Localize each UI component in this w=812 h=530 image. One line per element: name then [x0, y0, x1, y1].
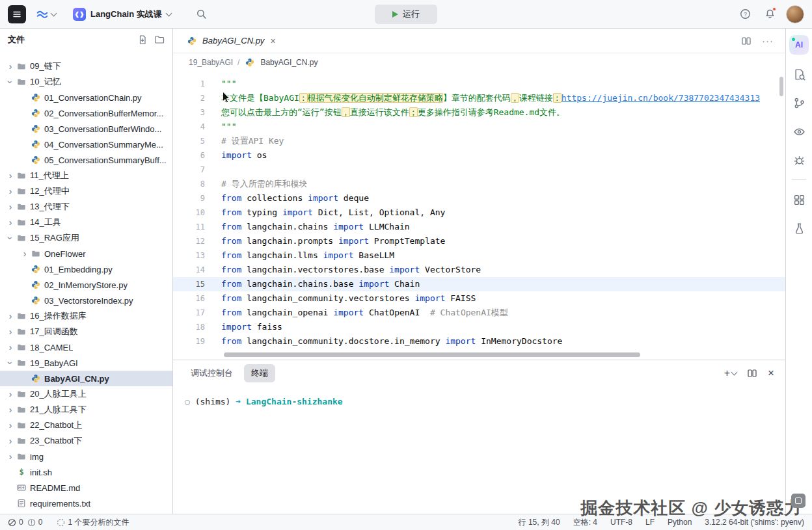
warning-counter[interactable]: 0 [27, 518, 43, 527]
horizontal-scrollbar[interactable] [224, 352, 640, 357]
ide-logo-widget[interactable] [33, 7, 59, 21]
panel-tab[interactable]: 终端 [244, 364, 275, 382]
tree-item[interactable]: ›16_操作数据库 [0, 308, 172, 324]
analysis-status[interactable]: 1 个要分析的文件 [57, 517, 129, 528]
tree-item[interactable]: ›13_代理下 [0, 199, 172, 215]
analyzing-icon [57, 518, 65, 527]
tree-item[interactable]: ›14_工具 [0, 215, 172, 230]
panel-tab[interactable]: 调试控制台 [183, 364, 240, 382]
bug-icon[interactable] [790, 151, 808, 169]
chevron-icon[interactable]: › [6, 233, 15, 243]
tree-item[interactable]: 01_Embedding.py [0, 261, 172, 277]
tree-item[interactable]: 03_ConversationBufferWindo... [0, 121, 172, 137]
split-terminal-icon[interactable] [747, 368, 757, 378]
chevron-icon[interactable]: › [5, 327, 16, 336]
code-editor[interactable]: 1"""2本文件是【BabyAGI：根据气候变化自动制定鲜花存储策略】章节的配套… [173, 72, 785, 360]
tree-item-label: 03_VectorstoreIndex.py [44, 296, 133, 306]
tree-item[interactable]: ›11_代理上 [0, 168, 172, 183]
chevron-icon[interactable]: › [5, 202, 16, 211]
tree-item[interactable]: 01_ConversationChain.py [0, 90, 172, 105]
tree-item[interactable]: README.md [0, 480, 172, 496]
tree-item-label: 19_BabyAGI [30, 358, 78, 368]
tree-item[interactable]: ›09_链下 [0, 59, 172, 74]
tree-item-label: 02_InMemoryStore.py [44, 280, 128, 290]
chevron-icon[interactable]: › [20, 249, 30, 258]
close-tab-icon[interactable]: × [269, 36, 277, 46]
tree-item[interactable]: ›OneFlower [0, 246, 172, 261]
breadcrumb-file[interactable]: BabyAGI_CN.py [260, 58, 318, 67]
tree-item[interactable]: ›15_RAG应用 [0, 230, 172, 246]
terminal-output[interactable]: ○ (shims) ➜ LangChain-shizhanke [173, 386, 785, 514]
notification-badge [772, 7, 776, 11]
flask-icon[interactable] [790, 219, 808, 237]
error-icon [8, 518, 16, 527]
tree-item[interactable]: BabyAGI_CN.py [0, 371, 172, 386]
chevron-icon[interactable]: › [5, 62, 16, 71]
grid-icon[interactable] [790, 191, 808, 209]
file-search-icon[interactable] [790, 65, 808, 83]
chevron-icon[interactable]: › [5, 436, 16, 445]
tree-item[interactable]: 03_VectorstoreIndex.py [0, 293, 172, 308]
project-selector[interactable]: ❰❱ LangChain 实战课 [69, 6, 175, 23]
new-terminal-button[interactable]: + [724, 367, 737, 379]
tree-item[interactable]: 02_ConversationBufferMemor... [0, 105, 172, 121]
tree-item[interactable]: 04_ConversationSummaryMe... [0, 137, 172, 152]
tree-item[interactable]: ›20_人脉工具上 [0, 386, 172, 402]
tree-item-label: 11_代理上 [30, 170, 69, 181]
tree-item[interactable]: ›23_Chatbot下 [0, 433, 172, 449]
chevron-icon[interactable]: › [6, 77, 15, 87]
tree-item[interactable]: ›22_Chatbot上 [0, 417, 172, 433]
vertical-scrollbar[interactable] [779, 77, 783, 96]
chevron-icon[interactable]: › [5, 405, 16, 414]
code-line: 9from collections import deque [173, 191, 785, 205]
tree-item[interactable]: ›12_代理中 [0, 183, 172, 199]
chevron-icon[interactable]: › [5, 218, 16, 227]
chevron-icon[interactable]: › [5, 343, 16, 352]
tree-item[interactable]: 02_InMemoryStore.py [0, 277, 172, 293]
chevron-icon[interactable]: › [5, 187, 16, 196]
chevron-icon[interactable]: › [6, 358, 15, 368]
statusbar-item[interactable]: 行 15, 列 40 [519, 517, 560, 528]
tree-item[interactable]: ›18_CAMEL [0, 339, 172, 355]
ai-assistant-button[interactable]: AI [789, 35, 809, 55]
error-counter[interactable]: 0 [8, 518, 23, 527]
tree-item[interactable]: ›19_BabyAGI [0, 355, 172, 371]
search-everywhere-button[interactable] [193, 6, 210, 23]
layout-toggle-button[interactable] [791, 494, 805, 508]
tree-item[interactable]: ›10_记忆 [0, 74, 172, 90]
statusbar-item[interactable]: UTF-8 [610, 518, 632, 527]
tree-item[interactable]: ›img [0, 449, 172, 464]
tree-item[interactable]: $init.sh [0, 464, 172, 480]
tree-item-label: 14_工具 [30, 217, 61, 228]
statusbar-item[interactable]: Python [668, 518, 692, 527]
user-avatar[interactable] [786, 5, 804, 23]
help-button[interactable]: ? [737, 6, 753, 23]
statusbar-item[interactable]: 空格: 4 [573, 517, 597, 528]
chevron-icon[interactable]: › [5, 452, 16, 461]
tree-item[interactable]: ›21_人脉工具下 [0, 402, 172, 417]
run-button[interactable]: 运行 [375, 5, 437, 24]
tree-item[interactable]: 05_ConversationSummaryBuff... [0, 152, 172, 168]
tree-item-label: 20_人脉工具上 [30, 388, 87, 400]
statusbar-item[interactable]: 3.12.2 64-bit ('shims': pyenv) [705, 518, 804, 527]
eye-icon[interactable] [790, 122, 808, 140]
close-panel-icon[interactable]: × [768, 367, 775, 380]
notifications-button[interactable] [761, 6, 778, 23]
expand-folder-icon[interactable] [154, 34, 165, 45]
tree-item[interactable]: ›17_回调函数 [0, 324, 172, 339]
more-options-icon[interactable]: ··· [762, 35, 774, 46]
chevron-icon[interactable]: › [5, 171, 16, 180]
breadcrumb-folder[interactable]: 19_BabyAGI [189, 58, 233, 67]
git-branch-icon[interactable] [790, 94, 808, 112]
chevron-icon[interactable]: › [5, 421, 16, 430]
folder-file-icon [16, 311, 27, 321]
main-menu-button[interactable] [8, 5, 26, 23]
chevron-icon[interactable]: › [5, 390, 16, 399]
editor-tab[interactable]: BabyAGI_CN.py × [180, 29, 284, 53]
chevron-icon[interactable]: › [5, 311, 16, 321]
statusbar-item[interactable]: LF [645, 518, 655, 527]
select-opened-file-icon[interactable] [137, 34, 148, 45]
tree-item[interactable]: requirements.txt [0, 496, 172, 511]
folder-file-icon [16, 77, 27, 86]
split-editor-icon[interactable] [741, 36, 751, 46]
